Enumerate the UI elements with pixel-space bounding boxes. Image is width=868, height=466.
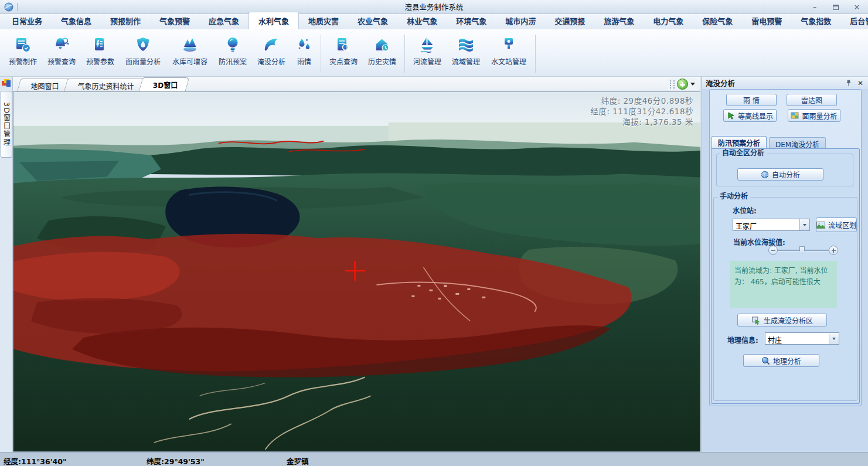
menu-lightning-warning[interactable]: 雷电预警	[742, 12, 791, 29]
ribbon-item-rain-status[interactable]: 雨情	[291, 31, 318, 76]
ribbon-item-flood-plan[interactable]: 防汛预案	[213, 31, 252, 76]
tab-label: 地图窗口	[31, 81, 59, 91]
latitude-readout: 纬度: 29度46分0.898秒	[590, 96, 693, 106]
tab-3d-window[interactable]: 3D窗口	[139, 77, 190, 91]
drag-grip[interactable]	[670, 80, 671, 89]
station-label: 水位站:	[733, 205, 757, 215]
menu-weather-warning[interactable]: 气象预警	[150, 12, 199, 29]
warning-create-icon	[13, 36, 32, 53]
station-dropdown-button[interactable]	[799, 219, 809, 230]
ribbon-item-disaster-history[interactable]: 历史灾情	[363, 31, 401, 76]
button-label: 面雨量分析	[802, 111, 837, 121]
add-tab-button[interactable]	[677, 79, 688, 90]
slider-increase-button[interactable]	[829, 246, 838, 255]
contour-display-button[interactable]: 等高线显示	[723, 109, 777, 122]
menu-agriculture-weather[interactable]: 农业气象	[348, 12, 397, 29]
tab-flood-plan-analysis[interactable]: 防汛预案分析	[712, 136, 767, 148]
menu-emergency-weather[interactable]: 应急气象	[199, 12, 249, 29]
tab-dem-inundation-analysis[interactable]: DEM淹没分析	[769, 137, 826, 148]
ribbon-item-basin-management[interactable]: 流域管理	[447, 31, 485, 76]
slider-thumb[interactable]	[799, 246, 805, 254]
button-label: 生成淹没分析区	[764, 315, 813, 325]
sidebar-tab-3d-window-manager[interactable]: 3D窗口管理	[1, 91, 12, 158]
station-combobox[interactable]: 王家厂	[733, 219, 810, 231]
menu-bar: 日常业务 气象信息 预报制作 气象预警 应急气象 水利气象 地质灾害 农业气象 …	[0, 14, 868, 29]
menu-water-weather[interactable]: 水利气象	[249, 12, 299, 29]
window-title: 澧县业务制作系统	[0, 1, 868, 12]
menu-daily-business[interactable]: 日常业务	[2, 12, 52, 29]
water-level-slider[interactable]	[768, 245, 838, 256]
menu-tourism-weather[interactable]: 旅游气象	[594, 12, 644, 29]
ribbon-item-disaster-point-query[interactable]: 灾点查询	[324, 31, 363, 76]
menu-urban-flooding[interactable]: 城市内涝	[496, 12, 545, 29]
basin-zoning-button[interactable]: 流域区划	[816, 217, 857, 232]
flood-plan-tab-page: 自动全区分析 自动分析 手动分析 水位站: 王家厂	[711, 148, 860, 404]
ribbon-item-areal-rain-analysis[interactable]: 面雨量分析	[120, 31, 166, 76]
ribbon-item-hydro-station-management[interactable]: 水文站管理	[485, 31, 532, 76]
geo-dropdown-button[interactable]	[829, 333, 839, 344]
menu-backend-management[interactable]: 后台管理	[840, 12, 868, 29]
button-label: 雷达图	[801, 95, 822, 105]
tab-map-window[interactable]: 地图窗口	[17, 79, 71, 91]
mini-map-icon	[791, 111, 799, 120]
menu-forestry-weather[interactable]: 林业气象	[397, 12, 447, 29]
generate-inundation-zone-button[interactable]: 生成淹没分析区	[737, 314, 827, 326]
tab-weather-history-statistics[interactable]: 气象历史资料统计	[64, 79, 146, 91]
ribbon-label: 流域管理	[452, 56, 480, 66]
menu-environment-weather[interactable]: 环境气象	[447, 12, 496, 29]
menu-forecast-production[interactable]: 预报制作	[101, 12, 150, 29]
geo-info-combobox[interactable]: 村庄	[765, 332, 839, 345]
ribbon-label: 河流管理	[413, 56, 441, 66]
close-button[interactable]: ✕	[852, 2, 862, 12]
tab-label: DEM淹没分析	[775, 141, 819, 149]
panel-close-button[interactable]: ✕	[856, 79, 864, 87]
drag-grip[interactable]	[673, 80, 675, 89]
rain-status-button[interactable]: 雨 情	[726, 94, 777, 106]
map-3d-viewport[interactable]: 纬度: 29度46分0.898秒 经度: 111度31分42.618秒 海拔: …	[13, 91, 700, 452]
slider-decrease-button[interactable]	[768, 246, 778, 255]
button-label: 雨 情	[743, 95, 760, 105]
ribbon-item-warning-query[interactable]: 预警查询	[42, 31, 81, 76]
menu-insurance-weather[interactable]: 保险气象	[693, 12, 742, 29]
status-latitude: 纬度:29°49'53"	[147, 455, 205, 466]
geo-analysis-button[interactable]: 地理分析	[743, 354, 819, 367]
menu-weather-index[interactable]: 气象指数	[791, 12, 840, 29]
tab-label: 气象历史资料统计	[78, 81, 134, 91]
ribbon-item-reservoir-capacity[interactable]: 水库可增容	[166, 31, 213, 76]
ribbon-item-warning-create[interactable]: 预警制作	[4, 31, 42, 76]
areal-rain-icon	[134, 36, 152, 53]
ribbon-item-inundation-analysis[interactable]: 淹没分析	[252, 31, 291, 76]
inundation-icon	[262, 36, 281, 53]
button-label: 地理分析	[773, 356, 801, 366]
tab-strip-controls	[668, 78, 697, 90]
tab-list-dropdown-icon[interactable]	[690, 83, 695, 86]
status-town: 金罗镇	[287, 455, 309, 466]
ribbon-item-river-management[interactable]: 河流管理	[408, 31, 447, 76]
auto-analysis-button[interactable]: 自动分析	[737, 168, 823, 181]
minimize-button[interactable]: –	[809, 2, 820, 12]
hydro-station-icon	[499, 36, 518, 53]
left-dock-strip: 3D窗口管理	[0, 77, 13, 452]
ribbon-item-warning-params[interactable]: 预警参数	[81, 31, 120, 76]
generate-map-icon	[751, 316, 761, 325]
river-management-icon	[418, 36, 437, 53]
document-tab-strip: 地图窗口 气象历史资料统计 3D窗口	[13, 77, 700, 91]
panel-title: 淹没分析	[706, 77, 841, 89]
longitude-readout: 经度: 111度31分42.618秒	[590, 106, 693, 117]
ribbon-label: 水文站管理	[491, 56, 526, 66]
menu-traffic-forecast[interactable]: 交通预报	[545, 12, 594, 29]
menu-weather-info[interactable]: 气象信息	[52, 12, 101, 29]
maximize-button[interactable]	[830, 2, 841, 12]
menu-power-weather[interactable]: 电力气象	[644, 12, 693, 29]
radar-image-button[interactable]: 雷达图	[787, 94, 837, 106]
button-label: 流域区划	[828, 220, 856, 230]
maximize-icon	[833, 5, 839, 10]
areal-rain-analysis-button[interactable]: 面雨量分析	[788, 109, 840, 122]
pin-button[interactable]	[845, 79, 853, 87]
status-longitude: 经度:111°36'40"	[4, 455, 66, 466]
disaster-history-icon	[373, 36, 392, 53]
menu-geological-disaster[interactable]: 地质灾害	[299, 12, 348, 29]
window-manager-icon	[2, 79, 11, 87]
inundation-analysis-panel: 淹没分析 ✕ 雨 情 雷达图 等高线显示	[702, 77, 868, 452]
chevron-down-icon	[832, 338, 836, 340]
